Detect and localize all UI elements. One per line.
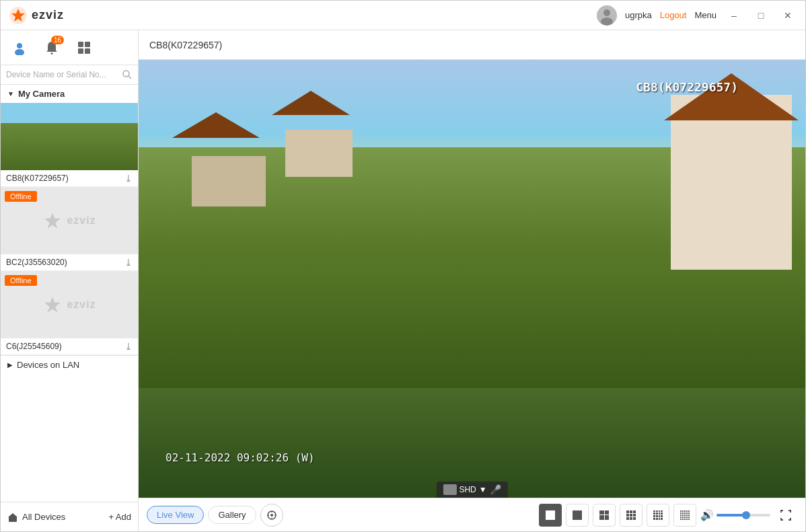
close-button[interactable]: ✕: [778, 6, 797, 25]
quality-dropdown[interactable]: ▼: [479, 485, 487, 494]
video-camera-name-text: CB8(K07229657): [636, 80, 738, 94]
devices-lan-arrow: ▶: [7, 361, 13, 369]
svg-rect-8: [78, 42, 83, 47]
fullscreen-icon: [779, 508, 793, 522]
stop-button[interactable]: [539, 504, 562, 527]
svg-marker-17: [8, 513, 17, 517]
notifications-nav-button[interactable]: 16: [38, 34, 65, 61]
ezviz-logo-icon: [9, 6, 28, 25]
svg-marker-14: [45, 213, 61, 229]
all-devices-button[interactable]: All Devices: [7, 512, 65, 523]
video-area: CB8(K07229657) 02-11-2022 09:02:26 (W) S…: [139, 60, 805, 498]
svg-point-19: [270, 514, 273, 517]
volume-handle[interactable]: [742, 511, 750, 519]
svg-rect-9: [85, 42, 90, 47]
add-device-button[interactable]: + Add: [108, 512, 131, 522]
my-camera-label: My Camera: [18, 89, 65, 99]
grid-nav-button[interactable]: [71, 34, 98, 61]
grid-25-button[interactable]: [673, 504, 696, 527]
search-bar: [1, 65, 138, 85]
ezviz-star-icon-c6: [42, 295, 63, 315]
camera-name-bc2: BC2(J35563020): [6, 258, 67, 267]
profile-nav-button[interactable]: [6, 34, 33, 61]
ezviz-text-bc2: ezviz: [67, 215, 96, 227]
camera-item-c6: Offline ezviz C6(J25545609) ⤓: [1, 271, 138, 355]
camera-thumb-bc2[interactable]: Offline ezviz: [1, 187, 138, 254]
camera-name-row-c6: C6(J25545609) ⤓: [1, 338, 138, 354]
grid-icon: [77, 40, 91, 55]
logout-button[interactable]: Logout: [660, 10, 687, 20]
devices-lan-label: Devices on LAN: [17, 360, 79, 370]
offline-badge-c6: Offline: [5, 275, 37, 286]
svg-rect-10: [78, 48, 83, 54]
svg-point-6: [15, 49, 24, 55]
search-input[interactable]: [6, 70, 122, 79]
bottom-controls: Live View Gallery: [139, 498, 805, 531]
stop-icon: [546, 510, 555, 520]
camera-download-bc2[interactable]: ⤓: [124, 257, 133, 268]
video-camera-name-overlay: CB8(K07229657): [636, 80, 738, 94]
devices-lan-section[interactable]: ▶ Devices on LAN: [1, 355, 138, 374]
gallery-tab[interactable]: Gallery: [208, 506, 256, 524]
user-avatar: [597, 5, 617, 26]
main-content: 16: [1, 30, 805, 531]
volume-area: 🔊: [700, 508, 770, 521]
camera-name-cb8: CB8(K07229657): [6, 174, 69, 183]
title-bar-right: ugrpka Logout Menu – □ ✕: [597, 5, 797, 26]
app-logo-text: ezviz: [32, 8, 64, 22]
svg-rect-11: [85, 48, 90, 54]
ptz-icon: [266, 510, 277, 521]
sidebar-bottom: All Devices + Add: [1, 502, 138, 531]
svg-rect-16: [9, 517, 17, 522]
svg-point-12: [123, 71, 129, 77]
camera-thumb-cb8[interactable]: [1, 103, 138, 170]
quality-mic-button[interactable]: 🎤: [490, 484, 501, 495]
title-bar: ezviz ugrpka Logout Menu – □ ✕: [1, 1, 805, 30]
grid-16-button[interactable]: [647, 504, 669, 527]
main-view: CB8(K07229657): [139, 30, 805, 531]
my-camera-arrow: ▼: [7, 90, 14, 98]
quality-label: SHD: [459, 485, 476, 494]
volume-slider[interactable]: [717, 514, 770, 517]
svg-line-13: [129, 76, 131, 79]
video-timestamp: 02-11-2022 09:02:26 (W): [166, 451, 315, 464]
video-scene: CB8(K07229657) 02-11-2022 09:02:26 (W): [139, 60, 805, 498]
house1-roof: [172, 112, 260, 138]
fullscreen-button[interactable]: [774, 504, 797, 527]
menu-button[interactable]: Menu: [694, 10, 717, 20]
grid-9-button[interactable]: [620, 504, 643, 527]
ezviz-text-c6: ezviz: [67, 299, 96, 311]
my-camera-section-header[interactable]: ▼ My Camera: [1, 85, 138, 103]
camera-item-cb8: CB8(K07229657) ⤓: [1, 103, 138, 187]
ezviz-star-icon: [42, 211, 63, 231]
camera-download-cb8[interactable]: ⤓: [124, 173, 133, 184]
search-icon: [122, 69, 133, 80]
live-view-tab[interactable]: Live View: [147, 506, 204, 524]
username-label: ugrpka: [625, 10, 652, 20]
house2-roof: [272, 91, 350, 115]
camera-thumb-c6[interactable]: Offline ezviz: [1, 271, 138, 338]
volume-icon[interactable]: 🔊: [700, 508, 714, 521]
offline-badge-bc2: Offline: [5, 191, 37, 202]
house3: [671, 95, 792, 270]
camera-name-row-cb8: CB8(K07229657) ⤓: [1, 170, 138, 186]
person-icon: [12, 40, 27, 55]
ezviz-placeholder-bc2: ezviz: [42, 211, 96, 231]
house1: [192, 156, 266, 206]
all-devices-label: All Devices: [22, 512, 65, 522]
maximize-button[interactable]: □: [752, 6, 770, 25]
svg-point-4: [601, 17, 613, 26]
minimize-button[interactable]: –: [725, 6, 743, 25]
camera-name-row-bc2: BC2(J35563020) ⤓: [1, 254, 138, 270]
video-timestamp-text: 02-11-2022 09:02:26 (W): [166, 451, 315, 464]
ezviz-placeholder-c6: ezviz: [42, 295, 96, 315]
logo: ezviz: [9, 6, 597, 25]
ptz-button[interactable]: [260, 504, 283, 527]
svg-point-5: [17, 43, 22, 48]
svg-point-7: [51, 52, 53, 54]
grid-1-button[interactable]: [566, 504, 589, 527]
app-window: ezviz ugrpka Logout Menu – □ ✕: [0, 0, 806, 532]
quality-stop-button[interactable]: [443, 484, 456, 495]
grid-4-button[interactable]: [593, 504, 616, 527]
camera-download-c6[interactable]: ⤓: [124, 341, 133, 352]
